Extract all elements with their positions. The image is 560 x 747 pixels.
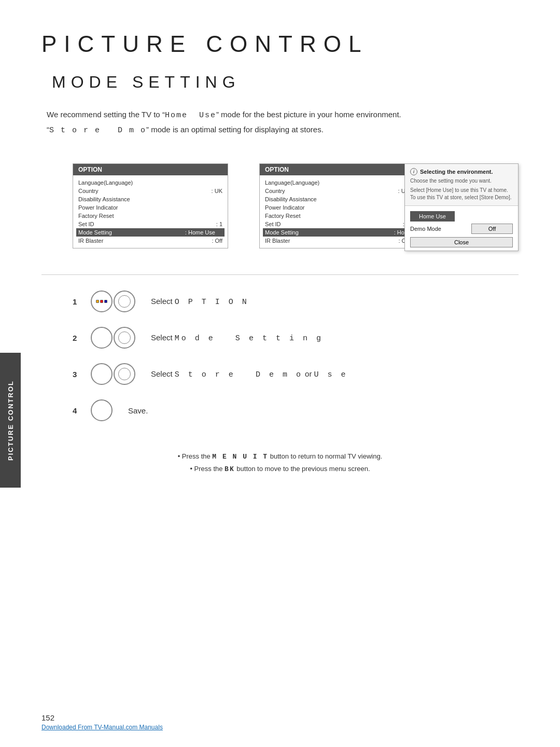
screen-right-body: Language(Language) Country : UK Disabili… xyxy=(260,175,414,248)
page-title: PICTURE CONTROL xyxy=(41,31,519,57)
step-4-remotes xyxy=(91,399,113,421)
note-2-bullet: • xyxy=(190,465,194,473)
step-3-use: U s e xyxy=(314,370,348,379)
step-3: 3 Select S t o r e D e m o or U s e xyxy=(73,363,519,385)
intro-line1-pre: We recommend setting the TV to “ xyxy=(47,110,165,119)
screen-left-row-5: Set ID : 1 xyxy=(78,220,222,228)
screen-left-row-3: Power Indicator xyxy=(78,203,222,212)
popup-info-title: i Selecting the environment. xyxy=(410,168,513,175)
note-2-kbd: BK xyxy=(225,465,235,473)
step-2-mode: Mo d e S e t t i n g xyxy=(175,334,323,343)
section-divider xyxy=(41,274,519,275)
step-4-text: Save. xyxy=(128,406,148,415)
intro-store-demo: S t o r e D m o xyxy=(49,126,146,135)
screen-left-row-0: Language(Language) xyxy=(78,178,222,187)
steps-container: 1 Select O P T I O N 2 xyxy=(73,290,519,421)
screen-right: OPTION Language(Language) Country : UK D… xyxy=(259,163,415,248)
screen-left-header: OPTION xyxy=(73,164,228,175)
step-1-circle-1 xyxy=(91,290,113,312)
screen-right-row-mode: Mode Setting : Hom xyxy=(263,228,411,237)
intro-line1-post: ” mode for the best picture in your home… xyxy=(216,110,401,119)
step-2-remotes xyxy=(91,327,135,349)
close-button[interactable]: Close xyxy=(410,237,513,247)
download-link[interactable]: Downloaded From TV-Manual.com Manuals xyxy=(41,724,163,731)
screen-right-row-4: Factory Reset xyxy=(265,212,409,220)
note-2-pre: Press the xyxy=(194,465,225,473)
popup-info: i Selecting the environment. Choose the … xyxy=(405,164,518,206)
notes-section: • Press the M E N U I T button to return… xyxy=(41,452,519,473)
demo-mode-label: Demo Mode xyxy=(410,226,441,232)
step-3-remotes xyxy=(91,363,135,385)
screen-right-row-3: Power Indicator xyxy=(265,203,409,212)
popup-demo-mode-row: Demo Mode Off xyxy=(410,224,513,234)
step-3-text: Select S t o r e D e m o or U s e xyxy=(151,369,348,379)
demo-mode-value-button[interactable]: Off xyxy=(471,224,513,234)
note-1-bullet: • xyxy=(178,452,182,460)
step-4-circle-1 xyxy=(91,399,113,421)
screen-left-row-ir: IR Blaster : Off xyxy=(78,237,222,245)
popup-buttons: Home Use Demo Mode Off Close xyxy=(405,206,518,251)
step-1-remotes xyxy=(91,290,135,312)
note-2-post: button to move to the previous menu scre… xyxy=(236,465,370,473)
step-3-circle-2 xyxy=(114,363,135,385)
step-1-text: Select O P T I O N xyxy=(151,297,249,307)
screen-left-row-mode: Mode Setting : Home Use xyxy=(76,228,225,237)
home-use-button[interactable]: Home Use xyxy=(410,211,455,222)
screen-right-row-0: Language(Language) xyxy=(265,178,409,187)
popup-home-use-row: Home Use xyxy=(410,211,513,222)
popup-info-desc: Choose the setting mode you want. xyxy=(410,177,513,185)
note-2: • Press the BK button to move to the pre… xyxy=(41,465,519,473)
step-3-inner xyxy=(118,368,131,380)
screens-container: OPTION Language(Language) Country : UK D… xyxy=(73,163,519,248)
step-2-number: 2 xyxy=(73,334,80,342)
screen-right-row-ir: IR Blaster : Off xyxy=(265,237,409,245)
note-1-post: button to return to normal TV viewing. xyxy=(270,452,383,460)
step-1-option: O P T I O N xyxy=(175,298,249,307)
info-icon: i xyxy=(410,168,417,175)
step-4-number: 4 xyxy=(73,406,80,415)
step-4: 4 Save. xyxy=(73,399,519,421)
step-3-number: 3 xyxy=(73,370,80,379)
intro-line2-post: ” mode is an optimal setting for display… xyxy=(146,125,324,134)
step-2-text: Select Mo d e S e t t i n g xyxy=(151,333,323,343)
step-1-number: 1 xyxy=(73,297,80,306)
step-2-inner xyxy=(118,331,131,344)
intro-text: We recommend setting the TV to “Home Use… xyxy=(47,107,519,137)
screen-right-container: OPTION Language(Language) Country : UK D… xyxy=(259,163,519,248)
step-3-store: S t o r e D e m o xyxy=(175,370,303,379)
note-1: • Press the M E N U I T button to return… xyxy=(41,452,519,461)
step-1-circle-2 xyxy=(114,290,135,312)
screen-right-header: OPTION xyxy=(260,164,414,175)
step-1-inner xyxy=(118,295,131,308)
note-1-pre: Press the xyxy=(182,452,213,460)
step-3-circle-1 xyxy=(91,363,113,385)
note-1-kbd: M E N U I T xyxy=(212,453,268,461)
step-2-circle-2 xyxy=(114,327,135,349)
screen-right-row-5: Set ID : 1 xyxy=(265,220,409,228)
screen-left-body: Language(Language) Country : UK Disabili… xyxy=(73,175,228,248)
screen-left: OPTION Language(Language) Country : UK D… xyxy=(73,163,228,248)
popup-info-detail: Select [Home Use] to use this TV at home… xyxy=(410,187,513,201)
section-title: MODE SETTING xyxy=(52,73,519,92)
screen-right-row-1: Country : UK xyxy=(265,187,409,195)
screen-left-row-1: Country : UK xyxy=(78,187,222,195)
step-2: 2 Select Mo d e S e t t i n g xyxy=(73,327,519,349)
step-1: 1 Select O P T I O N xyxy=(73,290,519,312)
intro-home-use: Home Use xyxy=(165,111,216,120)
footer: 152 Downloaded From TV-Manual.com Manual… xyxy=(41,713,519,731)
step-2-circle-1 xyxy=(91,327,113,349)
screen-left-row-4: Factory Reset xyxy=(78,212,222,220)
popup-dialog: i Selecting the environment. Choose the … xyxy=(404,163,519,251)
screen-left-row-2: Disability Assistance xyxy=(78,195,222,203)
screen-right-row-2: Disability Assistance xyxy=(265,195,409,203)
mode-dot xyxy=(219,231,222,234)
page-number: 152 xyxy=(41,713,519,722)
